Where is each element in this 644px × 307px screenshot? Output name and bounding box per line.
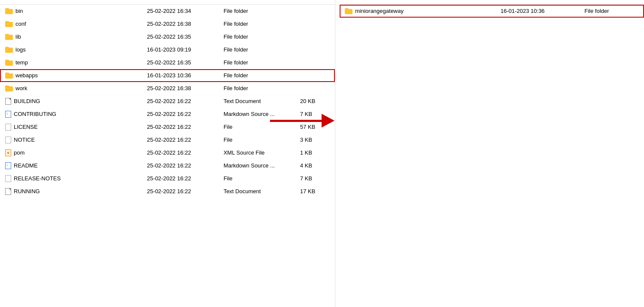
list-item[interactable]: logs 16-01-2023 09:19 File folder [0, 43, 335, 56]
file-date: 16-01-2023 10:36 [144, 69, 220, 82]
file-type: File folder [220, 43, 297, 56]
file-name-cell: conf [5, 21, 140, 27]
file-type: File folder [220, 56, 297, 69]
file-size: 17 KB [297, 185, 335, 198]
list-item[interactable]: RUNNING 25-02-2022 16:22 Text Document 1… [0, 185, 335, 198]
file-type: File folder [220, 30, 297, 43]
list-item[interactable]: BUILDING 25-02-2022 16:22 Text Document … [0, 95, 335, 108]
file-name-cell: temp [5, 59, 140, 66]
file-name-cell: lib [5, 33, 140, 40]
col-header-type[interactable] [220, 0, 297, 5]
file-type: Markdown Source ... [220, 159, 297, 172]
document-icon [5, 98, 11, 105]
file-type: File [220, 172, 297, 185]
list-item[interactable]: README 25-02-2022 16:22 Markdown Source … [0, 159, 335, 172]
file-name-cell: CONTRIBUTING [5, 111, 140, 118]
file-name-cell: bin [5, 8, 140, 14]
file-name: work [15, 85, 27, 91]
file-date: 25-02-2022 16:38 [144, 82, 220, 95]
file-name: miniorangegateway [355, 8, 404, 14]
file-name: BUILDING [14, 98, 40, 104]
file-type: File folder [220, 69, 297, 82]
list-item[interactable]: miniorangegateway 16-01-2023 10:36 File … [340, 5, 644, 18]
list-item[interactable]: bin 25-02-2022 16:34 File folder [0, 5, 335, 18]
file-name-cell: miniorangegateway [345, 8, 494, 14]
file-type: File [220, 134, 297, 146]
file-name: CONTRIBUTING [14, 111, 56, 117]
list-item[interactable]: temp 25-02-2022 16:35 File folder [0, 56, 335, 69]
file-name: logs [15, 46, 26, 53]
file-name: NOTICE [14, 137, 35, 143]
file-icon [5, 137, 11, 143]
right-file-table: miniorangegateway 16-01-2023 10:36 File … [340, 0, 644, 18]
list-item[interactable]: lib 25-02-2022 16:35 File folder [0, 30, 335, 43]
file-size [297, 5, 335, 18]
document-icon [5, 188, 11, 195]
file-size: 1 KB [297, 146, 335, 159]
file-size: 3 KB [297, 134, 335, 146]
file-name: bin [15, 8, 23, 14]
file-name: conf [15, 21, 26, 27]
file-date: 16-01-2023 09:19 [144, 43, 220, 56]
file-size [297, 69, 335, 82]
file-type: XML Source File [220, 146, 297, 159]
folder-icon [5, 60, 13, 66]
file-date: 25-02-2022 16:22 [144, 185, 220, 198]
file-name-cell: webapps [5, 72, 140, 79]
list-item[interactable]: work 25-02-2022 16:38 File folder [0, 82, 335, 95]
folder-icon [5, 8, 13, 14]
file-date: 25-02-2022 16:22 [144, 159, 220, 172]
file-name-cell: NOTICE [5, 137, 140, 143]
list-item[interactable]: RELEASE-NOTES 25-02-2022 16:22 File 7 KB [0, 172, 335, 185]
file-name-cell: work [5, 85, 140, 91]
arrow-tip [322, 114, 334, 128]
file-name-cell: README [5, 162, 140, 169]
file-date: 25-02-2022 16:22 [144, 172, 220, 185]
file-name-cell: LICENSE [5, 124, 140, 131]
folder-icon [345, 8, 353, 14]
file-date: 25-02-2022 16:22 [144, 146, 220, 159]
file-icon [5, 124, 11, 131]
file-date: 16-01-2023 10:36 [497, 5, 581, 18]
file-size [297, 56, 335, 69]
file-name: pom [14, 149, 25, 156]
folder-icon [5, 73, 13, 79]
file-name-cell: logs [5, 46, 140, 53]
file-name: README [14, 162, 38, 169]
file-date: 25-02-2022 16:38 [144, 18, 220, 30]
list-item[interactable]: NOTICE 25-02-2022 16:22 File 3 KB [0, 134, 335, 146]
right-col-header-type [581, 0, 644, 5]
file-name-cell: ◉ pom [5, 149, 140, 156]
right-col-header-date [497, 0, 581, 5]
file-name-cell: RELEASE-NOTES [5, 175, 140, 182]
col-header-size[interactable] [297, 0, 335, 5]
list-item[interactable]: webapps 16-01-2023 10:36 File folder [0, 69, 335, 82]
file-name-cell: BUILDING [5, 98, 140, 105]
col-header-name[interactable] [0, 0, 144, 5]
file-date: 25-02-2022 16:34 [144, 5, 220, 18]
right-col-header-name [340, 0, 497, 5]
file-size [297, 82, 335, 95]
file-type: Text Document [220, 185, 297, 198]
file-date: 25-02-2022 16:22 [144, 108, 220, 121]
list-item[interactable]: conf 25-02-2022 16:38 File folder [0, 18, 335, 30]
folder-icon [5, 85, 13, 91]
file-type: File folder [220, 82, 297, 95]
explorer-container: bin 25-02-2022 16:34 File folder conf 25… [0, 0, 644, 307]
file-date: 25-02-2022 16:35 [144, 30, 220, 43]
file-name-cell: RUNNING [5, 188, 140, 195]
markdown-icon [5, 162, 11, 169]
right-pane: miniorangegateway 16-01-2023 10:36 File … [335, 0, 644, 307]
folder-icon [5, 34, 13, 40]
file-size [297, 30, 335, 43]
file-date: 25-02-2022 16:35 [144, 56, 220, 69]
file-size: 20 KB [297, 95, 335, 108]
folder-icon [5, 21, 13, 27]
list-item[interactable]: ◉ pom 25-02-2022 16:22 XML Source File 1… [0, 146, 335, 159]
navigation-arrow [270, 114, 334, 128]
file-name: RELEASE-NOTES [14, 175, 61, 182]
file-name: lib [15, 33, 21, 40]
col-header-date[interactable] [144, 0, 220, 5]
file-size: 4 KB [297, 159, 335, 172]
file-name: webapps [15, 72, 38, 79]
